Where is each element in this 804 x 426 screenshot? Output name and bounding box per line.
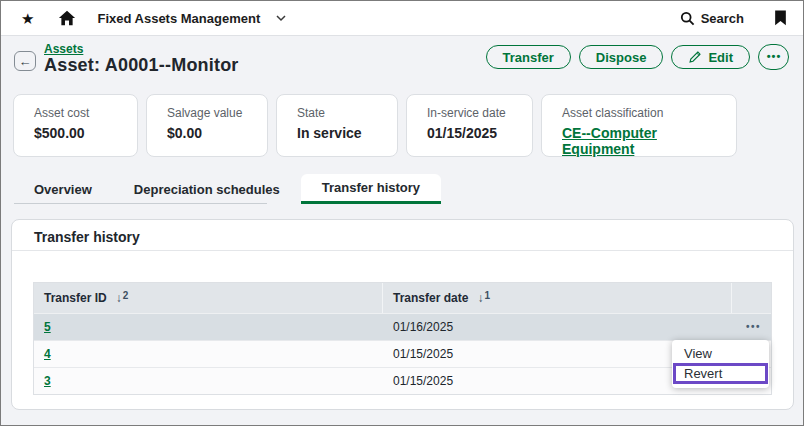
- card-value: $500.00: [34, 125, 127, 141]
- asset-classification-link[interactable]: CE--Computer Equipment: [562, 125, 726, 157]
- search-button[interactable]: Search: [680, 11, 744, 26]
- row-context-menu: View Revert: [672, 340, 769, 388]
- sort-order-badge: 1: [484, 290, 490, 301]
- row-kebab-menu-icon[interactable]: •••: [746, 322, 761, 332]
- top-bar: ★ Fixed Assets Management Search: [1, 1, 803, 36]
- header-actions: Transfer Dispose Edit •••: [486, 44, 789, 70]
- pencil-icon: [688, 50, 702, 64]
- menu-item-revert[interactable]: Revert: [673, 363, 768, 384]
- tab-bar: Overview Depreciation schedules Transfer…: [13, 174, 441, 204]
- app-title[interactable]: Fixed Assets Management: [97, 11, 260, 26]
- transfer-id-link[interactable]: 4: [44, 347, 51, 361]
- edit-button-label: Edit: [708, 50, 733, 65]
- summary-cards: Asset cost $500.00 Salvage value $0.00 S…: [13, 94, 737, 157]
- menu-item-view[interactable]: View: [672, 345, 769, 362]
- card-value: 01/15/2025: [427, 125, 522, 141]
- home-icon[interactable]: [58, 10, 76, 26]
- sort-order-badge: 2: [123, 290, 129, 301]
- back-button[interactable]: ←: [14, 51, 36, 71]
- column-header-transfer-id[interactable]: Transfer ID ↓ 2: [34, 283, 383, 313]
- more-actions-button[interactable]: •••: [758, 44, 789, 70]
- sort-descending-icon: ↓: [116, 291, 122, 305]
- table-row[interactable]: 5 01/16/2025 •••: [34, 313, 771, 340]
- dispose-button-label: Dispose: [596, 50, 647, 65]
- card-label: Salvage value: [167, 106, 257, 120]
- transfer-button[interactable]: Transfer: [486, 45, 571, 69]
- transfer-button-label: Transfer: [503, 50, 554, 65]
- transfer-id-link[interactable]: 5: [44, 320, 51, 334]
- tab-overview[interactable]: Overview: [13, 174, 113, 204]
- column-label: Transfer ID: [44, 291, 107, 305]
- tab-transfer-history[interactable]: Transfer history: [301, 174, 441, 204]
- card-asset-classification: Asset classification CE--Computer Equipm…: [541, 94, 737, 157]
- dispose-button[interactable]: Dispose: [579, 45, 664, 69]
- card-label: State: [297, 106, 387, 120]
- transfer-id-link[interactable]: 3: [44, 374, 51, 388]
- card-label: In-service date: [427, 106, 522, 120]
- transfer-history-table: Transfer ID ↓ 2 Transfer date ↓ 1 5 01/1…: [33, 282, 772, 395]
- tab-depreciation-schedules[interactable]: Depreciation schedules: [113, 174, 301, 204]
- table-header-row: Transfer ID ↓ 2 Transfer date ↓ 1: [34, 283, 771, 313]
- favorite-star-icon[interactable]: ★: [21, 11, 34, 26]
- table-row[interactable]: 4 01/15/2025 •••: [34, 340, 771, 367]
- breadcrumb-assets-link[interactable]: Assets: [44, 42, 83, 56]
- back-arrow-icon: ←: [19, 55, 32, 68]
- card-value: $0.00: [167, 125, 257, 141]
- ellipsis-icon: •••: [767, 50, 782, 62]
- search-icon: [680, 11, 695, 26]
- sort-descending-icon: ↓: [477, 291, 483, 305]
- column-label: Transfer date: [393, 291, 468, 305]
- card-label: Asset classification: [562, 106, 726, 120]
- card-in-service-date: In-service date 01/15/2025: [406, 94, 533, 157]
- page-title: Asset: A0001--Monitor: [44, 55, 239, 76]
- panel-title: Transfer history: [12, 220, 793, 251]
- card-label: Asset cost: [34, 106, 127, 120]
- card-state: State In service: [276, 94, 398, 157]
- card-asset-cost: Asset cost $500.00: [13, 94, 138, 157]
- column-header-transfer-date[interactable]: Transfer date ↓ 1: [383, 283, 732, 313]
- chevron-down-icon[interactable]: [276, 15, 286, 22]
- card-salvage-value: Salvage value $0.00: [146, 94, 268, 157]
- transfer-date-cell: 01/16/2025: [383, 314, 732, 340]
- edit-button[interactable]: Edit: [671, 45, 750, 69]
- bookmark-icon[interactable]: [774, 10, 787, 26]
- card-value: In service: [297, 125, 387, 141]
- app-window: ★ Fixed Assets Management Search ← Asset…: [0, 0, 804, 426]
- search-label: Search: [701, 11, 744, 26]
- column-header-actions: [732, 283, 771, 313]
- table-row[interactable]: 3 01/15/2025 •••: [34, 367, 771, 394]
